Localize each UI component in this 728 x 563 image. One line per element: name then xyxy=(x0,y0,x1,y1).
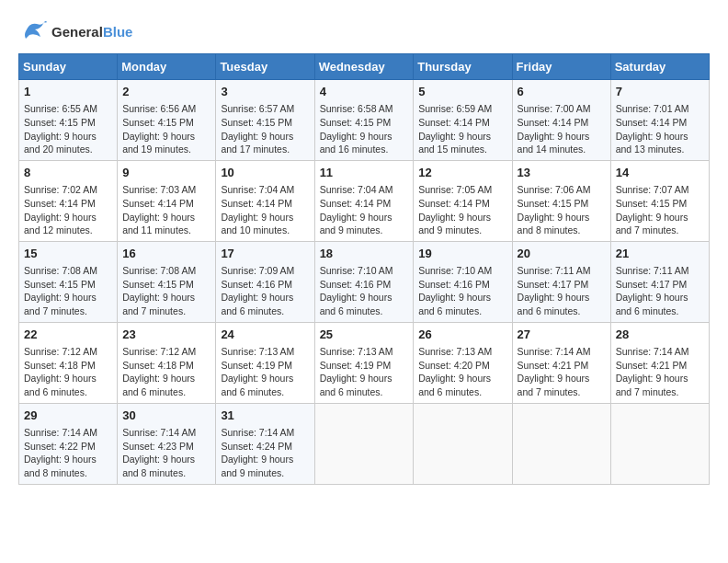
day-info: Sunrise: 7:00 AMSunset: 4:14 PMDaylight:… xyxy=(518,102,606,156)
day-number: 12 xyxy=(418,165,506,181)
calendar-day-cell: 21Sunrise: 7:11 AMSunset: 4:17 PMDayligh… xyxy=(610,241,709,322)
day-info: Sunrise: 7:08 AMSunset: 4:15 PMDaylight:… xyxy=(24,264,112,318)
day-number: 5 xyxy=(418,84,506,100)
calendar-day-cell: 3Sunrise: 6:57 AMSunset: 4:15 PMDaylight… xyxy=(216,80,314,161)
calendar-week-row: 22Sunrise: 7:12 AMSunset: 4:18 PMDayligh… xyxy=(19,322,710,403)
day-number: 18 xyxy=(320,246,409,262)
day-info: Sunrise: 7:12 AMSunset: 4:18 PMDaylight:… xyxy=(24,345,112,399)
day-info: Sunrise: 7:04 AMSunset: 4:14 PMDaylight:… xyxy=(221,183,309,237)
calendar-day-cell: 29Sunrise: 7:14 AMSunset: 4:22 PMDayligh… xyxy=(19,403,118,484)
calendar-day-cell: 23Sunrise: 7:12 AMSunset: 4:18 PMDayligh… xyxy=(118,322,216,403)
calendar-day-cell: 2Sunrise: 6:56 AMSunset: 4:15 PMDaylight… xyxy=(118,80,216,161)
calendar-day-cell: 27Sunrise: 7:14 AMSunset: 4:21 PMDayligh… xyxy=(512,322,610,403)
weekday-header-sunday: Sunday xyxy=(19,54,118,80)
day-info: Sunrise: 7:02 AMSunset: 4:14 PMDaylight:… xyxy=(24,183,112,237)
day-number: 27 xyxy=(518,327,606,343)
calendar-day-cell: 8Sunrise: 7:02 AMSunset: 4:14 PMDaylight… xyxy=(19,160,118,241)
day-info: Sunrise: 7:05 AMSunset: 4:14 PMDaylight:… xyxy=(418,183,506,237)
day-info: Sunrise: 7:14 AMSunset: 4:23 PMDaylight:… xyxy=(122,426,210,480)
calendar-day-cell: 30Sunrise: 7:14 AMSunset: 4:23 PMDayligh… xyxy=(118,403,216,484)
day-number: 23 xyxy=(122,327,210,343)
day-info: Sunrise: 7:04 AMSunset: 4:14 PMDaylight:… xyxy=(320,183,409,237)
calendar-day-cell: 9Sunrise: 7:03 AMSunset: 4:14 PMDaylight… xyxy=(118,160,216,241)
day-number: 14 xyxy=(616,165,704,181)
day-info: Sunrise: 6:58 AMSunset: 4:15 PMDaylight:… xyxy=(320,102,409,156)
day-number: 11 xyxy=(320,165,409,181)
calendar-day-cell: 7Sunrise: 7:01 AMSunset: 4:14 PMDaylight… xyxy=(610,80,709,161)
calendar-week-row: 29Sunrise: 7:14 AMSunset: 4:22 PMDayligh… xyxy=(19,403,710,484)
day-number: 9 xyxy=(122,165,210,181)
calendar-day-cell: 15Sunrise: 7:08 AMSunset: 4:15 PMDayligh… xyxy=(19,241,118,322)
day-number: 21 xyxy=(616,246,704,262)
weekday-header-monday: Monday xyxy=(118,54,216,80)
day-info: Sunrise: 7:13 AMSunset: 4:19 PMDaylight:… xyxy=(221,345,309,399)
calendar-week-row: 8Sunrise: 7:02 AMSunset: 4:14 PMDaylight… xyxy=(19,160,710,241)
calendar-empty-cell xyxy=(314,403,414,484)
day-number: 31 xyxy=(221,408,309,424)
day-number: 16 xyxy=(122,246,210,262)
calendar-day-cell: 13Sunrise: 7:06 AMSunset: 4:15 PMDayligh… xyxy=(512,160,610,241)
day-info: Sunrise: 7:13 AMSunset: 4:19 PMDaylight:… xyxy=(320,345,409,399)
day-info: Sunrise: 7:14 AMSunset: 4:22 PMDaylight:… xyxy=(24,426,112,480)
day-number: 28 xyxy=(616,327,704,343)
day-number: 29 xyxy=(24,408,112,424)
calendar-day-cell: 20Sunrise: 7:11 AMSunset: 4:17 PMDayligh… xyxy=(512,241,610,322)
weekday-header-wednesday: Wednesday xyxy=(314,54,414,80)
day-number: 24 xyxy=(221,327,309,343)
calendar-day-cell: 18Sunrise: 7:10 AMSunset: 4:16 PMDayligh… xyxy=(314,241,414,322)
weekday-header-thursday: Thursday xyxy=(414,54,512,80)
logo: GeneralBlue xyxy=(18,18,132,44)
calendar-day-cell: 16Sunrise: 7:08 AMSunset: 4:15 PMDayligh… xyxy=(118,241,216,322)
day-info: Sunrise: 7:09 AMSunset: 4:16 PMDaylight:… xyxy=(221,264,309,318)
day-info: Sunrise: 7:14 AMSunset: 4:24 PMDaylight:… xyxy=(221,426,309,480)
day-info: Sunrise: 7:14 AMSunset: 4:21 PMDaylight:… xyxy=(616,345,704,399)
day-number: 7 xyxy=(616,84,704,100)
calendar-day-cell: 5Sunrise: 6:59 AMSunset: 4:14 PMDaylight… xyxy=(414,80,512,161)
header: GeneralBlue xyxy=(18,18,710,44)
calendar-header-row: SundayMondayTuesdayWednesdayThursdayFrid… xyxy=(19,54,710,80)
weekday-header-tuesday: Tuesday xyxy=(216,54,314,80)
calendar-day-cell: 14Sunrise: 7:07 AMSunset: 4:15 PMDayligh… xyxy=(610,160,709,241)
calendar-day-cell: 10Sunrise: 7:04 AMSunset: 4:14 PMDayligh… xyxy=(216,160,314,241)
day-number: 1 xyxy=(24,84,112,100)
calendar-day-cell: 6Sunrise: 7:00 AMSunset: 4:14 PMDaylight… xyxy=(512,80,610,161)
day-info: Sunrise: 7:14 AMSunset: 4:21 PMDaylight:… xyxy=(518,345,606,399)
logo-icon xyxy=(18,18,48,44)
calendar-day-cell: 4Sunrise: 6:58 AMSunset: 4:15 PMDaylight… xyxy=(314,80,414,161)
day-number: 19 xyxy=(418,246,506,262)
calendar-day-cell: 1Sunrise: 6:55 AMSunset: 4:15 PMDaylight… xyxy=(19,80,118,161)
calendar-day-cell: 26Sunrise: 7:13 AMSunset: 4:20 PMDayligh… xyxy=(414,322,512,403)
day-info: Sunrise: 7:06 AMSunset: 4:15 PMDaylight:… xyxy=(518,183,606,237)
calendar-empty-cell xyxy=(610,403,709,484)
day-number: 6 xyxy=(518,84,606,100)
calendar-day-cell: 11Sunrise: 7:04 AMSunset: 4:14 PMDayligh… xyxy=(314,160,414,241)
day-number: 20 xyxy=(518,246,606,262)
day-info: Sunrise: 7:08 AMSunset: 4:15 PMDaylight:… xyxy=(122,264,210,318)
weekday-header-friday: Friday xyxy=(512,54,610,80)
day-number: 10 xyxy=(221,165,309,181)
calendar-day-cell: 12Sunrise: 7:05 AMSunset: 4:14 PMDayligh… xyxy=(414,160,512,241)
calendar-day-cell: 22Sunrise: 7:12 AMSunset: 4:18 PMDayligh… xyxy=(19,322,118,403)
day-info: Sunrise: 6:57 AMSunset: 4:15 PMDaylight:… xyxy=(221,102,309,156)
day-number: 2 xyxy=(122,84,210,100)
calendar-day-cell: 24Sunrise: 7:13 AMSunset: 4:19 PMDayligh… xyxy=(216,322,314,403)
day-number: 17 xyxy=(221,246,309,262)
day-number: 25 xyxy=(320,327,409,343)
day-info: Sunrise: 7:11 AMSunset: 4:17 PMDaylight:… xyxy=(518,264,606,318)
day-number: 26 xyxy=(418,327,506,343)
day-number: 8 xyxy=(24,165,112,181)
calendar-day-cell: 25Sunrise: 7:13 AMSunset: 4:19 PMDayligh… xyxy=(314,322,414,403)
day-number: 3 xyxy=(221,84,309,100)
calendar-week-row: 15Sunrise: 7:08 AMSunset: 4:15 PMDayligh… xyxy=(19,241,710,322)
day-info: Sunrise: 7:11 AMSunset: 4:17 PMDaylight:… xyxy=(616,264,704,318)
day-info: Sunrise: 6:59 AMSunset: 4:14 PMDaylight:… xyxy=(418,102,506,156)
day-info: Sunrise: 7:13 AMSunset: 4:20 PMDaylight:… xyxy=(418,345,506,399)
calendar-day-cell: 31Sunrise: 7:14 AMSunset: 4:24 PMDayligh… xyxy=(216,403,314,484)
day-info: Sunrise: 6:55 AMSunset: 4:15 PMDaylight:… xyxy=(24,102,112,156)
day-number: 22 xyxy=(24,327,112,343)
calendar-empty-cell xyxy=(512,403,610,484)
calendar-day-cell: 19Sunrise: 7:10 AMSunset: 4:16 PMDayligh… xyxy=(414,241,512,322)
calendar: SundayMondayTuesdayWednesdayThursdayFrid… xyxy=(18,53,710,485)
day-info: Sunrise: 6:56 AMSunset: 4:15 PMDaylight:… xyxy=(122,102,210,156)
day-number: 4 xyxy=(320,84,409,100)
